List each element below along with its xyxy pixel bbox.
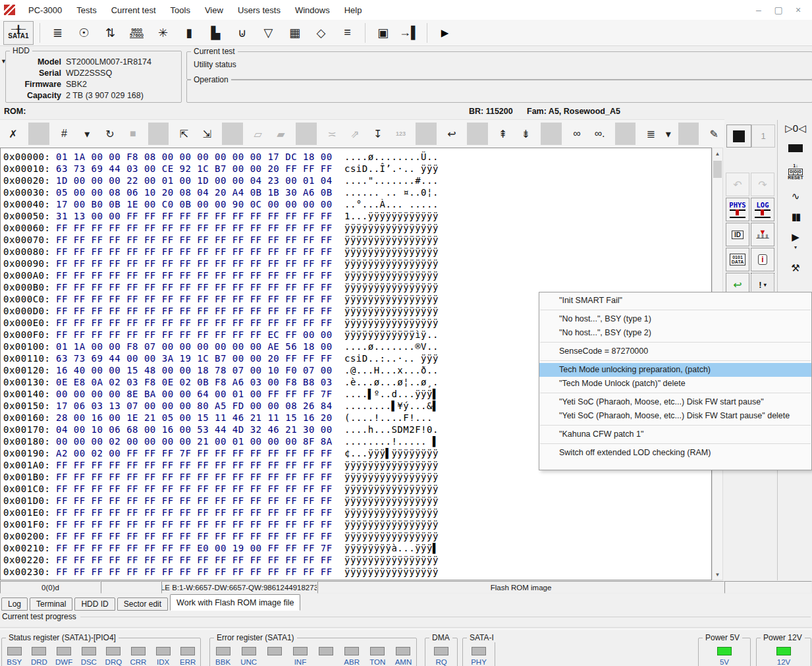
hex-bytes[interactable]: 01 1A 00 00 F8 07 00 00 00 00 00 00 AE 5… [56,341,344,352]
hex-row[interactable]: 0x00040:17 00 B0 0B 1E 00 C0 0B 00 00 90… [3,198,711,210]
tab-work-with-flash-rom-image-file[interactable]: Work with Flash ROM image file [170,594,300,611]
hex-bytes[interactable]: 00 00 00 00 8E BA 00 00 64 00 01 00 FF F… [56,388,344,400]
restore-button[interactable]: ▢ [769,3,788,16]
hex-ascii[interactable]: ÿÿÿÿÿÿÿÿÿÿÿÿÿÿÿÿ [344,472,439,482]
hex-ascii[interactable]: ÿÿÿÿÿÿÿÿÿÿÿÿÿÿÿÿ [344,555,439,565]
hex-bytes[interactable]: 16 40 00 00 15 48 00 00 18 78 07 00 10 F… [56,364,344,376]
hex-bytes[interactable]: FF FF FF FF FF FF FF FF FF FF FF FF FF F… [56,281,344,293]
log-button[interactable]: LOG [751,198,774,221]
hex-bytes[interactable]: FF FF FF FF FF FF FF FF FF FF FF FF FF F… [56,507,344,518]
bus-terminal-icon[interactable]: ▽ [257,22,280,43]
hex-ascii[interactable]: ¢...ÿÿÿ▌ÿÿÿÿÿÿÿÿ [344,448,439,458]
pause-icon[interactable]: ▮▮ [792,212,800,221]
start-bus-icon[interactable]: ▶▾ [792,233,799,252]
hex-row[interactable]: 0x00230:FF FF FF FF FF FF FF FF FF FF FF… [3,566,711,578]
script-menu-icon[interactable]: ≣ [640,123,661,145]
hex-ascii[interactable]: ÿÿÿÿÿÿÿÿÿÿÿÿÿÿÿÿ [344,531,439,541]
hex-ascii[interactable]: ÿÿÿÿÿÿÿÿÿÿÿÿÿÿÿÿ [344,306,439,316]
hex-ascii[interactable]: csiD..Î’.·.. ÿÿÿ [344,163,439,174]
hex-bytes[interactable]: 17 00 B0 0B 1E 00 C0 0B 00 00 90 0C 00 0… [56,198,344,210]
hex-bytes[interactable]: FF FF FF FF FF FF FF FF FF FF FF FF FF F… [56,317,344,329]
menu-current-test[interactable]: Current test [104,0,163,20]
hex-row[interactable]: 0x00210:FF FF FF FF FF FF FF FF E0 00 19… [3,542,711,554]
hex-ascii[interactable]: ....h...SDM2F!0. [344,424,439,435]
hex-bytes[interactable]: FF FF FF FF FF FF FF FF FF FF FF FF FF F… [56,518,344,530]
hex-bytes[interactable]: FF FF FF FF FF FF FF FF FF FF FF FF FF F… [56,234,344,246]
reload-icon[interactable]: ↻ [99,123,121,145]
hex-ascii[interactable]: ÿÿÿÿÿÿÿÿÿÿÿÿÿÿÿÿ [344,318,439,328]
hex-ascii[interactable]: csiD..:..·.. ÿÿÿ [344,353,439,364]
hex-ascii[interactable]: ÿÿÿÿÿÿÿÿÿÿÿÿÿÿÿÿ [344,270,439,281]
hex-row[interactable]: 0x001E0:FF FF FF FF FF FF FF FF FF FF FF… [3,507,711,518]
read-page-icon[interactable]: ↧ [367,123,389,145]
grid-icon[interactable]: ▦ [283,22,306,43]
hex-bytes[interactable]: FF FF FF FF FF FF FF FF FF FF FF FF FF F… [56,222,344,234]
hex-bytes[interactable]: FF FF FF FF FF FF FF FF FF FF FF FF FF F… [56,269,344,281]
hex-row[interactable]: 0x00030:05 00 00 08 06 10 20 08 04 20 A4… [3,186,711,198]
hex-row[interactable]: 0x00060:FF FF FF FF FF FF FF FF FF FF FF… [3,222,711,234]
menu-item-tech-mode-unlock-delete[interactable]: "Tech Mode Unlock (patch)" delete [539,377,811,391]
menu-help[interactable]: Help [337,0,369,20]
cascade-windows-icon[interactable]: ▣ [371,22,394,43]
resources-icon[interactable]: ▙ [204,22,227,43]
hex-row[interactable]: 0x001F0:FF FF FF FF FF FF FF FF FF FF FF… [3,518,711,530]
hex-row[interactable]: 0x00010:63 73 69 44 03 00 CE 92 1C B7 00… [3,163,711,175]
port-swap-icon[interactable]: ⇅ [99,22,122,43]
tools-icon[interactable]: ⚒ [791,264,799,273]
tab-hdd-id[interactable]: HDD ID [74,597,115,611]
hex-bytes[interactable]: FF FF FF FF FF FF FF FF FF FF FF FF EC F… [56,329,344,341]
goto-end-icon[interactable]: ⇟ [515,123,536,145]
hex-ascii[interactable]: ÿÿÿÿÿÿÿÿÿÿÿÿÿÿÿÿ [344,246,439,257]
hex-ascii[interactable]: ÿÿÿÿÿÿÿÿÿÿÿÿÿÿÿÿ [344,519,439,530]
report-list-icon[interactable]: ≡ [336,22,359,43]
menu-item-kahuna-cfw-patch-1[interactable]: "Kahuna CFW patch 1" [539,428,811,441]
close-image-icon[interactable]: ✗ [3,123,24,145]
menu-view[interactable]: View [198,0,230,20]
script-info-button[interactable]: i [751,248,774,271]
sata1-port-button[interactable]: ─╂─ SATA1 [3,21,34,45]
hex-row[interactable]: 0x000A0:FF FF FF FF FF FF FF FF FF FF FF… [3,269,711,281]
hex-row[interactable]: 0x00220:FF FF FF FF FF FF FF FF FF FF FF… [3,554,711,566]
menu-item-switch-off-lod-checking[interactable]: Switch off extended LOD checking (RAM) [539,446,811,460]
menu-item-no-host-bsy-type-2[interactable]: "No host...", BSY (type 2) [539,326,811,340]
find-icon[interactable]: ∞ [566,123,587,145]
hex-bytes[interactable]: FF FF FF FF FF FF FF FF FF FF FF FF FF F… [56,305,344,317]
hex-bytes[interactable]: FF FF FF FF FF FF FF FF FF FF FF FF FF F… [56,530,344,542]
phys-button[interactable]: PHYS [726,198,749,221]
hex-row[interactable]: 0x00090:FF FF FF FF FF FF FF FF FF FF FF… [3,258,711,269]
hex-bytes[interactable]: 04 00 10 06 68 00 16 00 53 44 4D 32 46 2… [56,424,344,435]
chip-icon[interactable]: ▮ [178,22,201,43]
hex-bytes[interactable]: FF FF FF FF FF FF FF FF FF FF FF FF FF F… [56,554,344,566]
menu-item-sensecode[interactable]: SenseCode = 87270000 [539,345,811,358]
menu-pc-3000[interactable]: PC-3000 [21,0,69,20]
hex-row[interactable]: 0x001C0:FF FF FF FF FF FF FF FF FF FF FF… [3,483,711,495]
script-menu-dropdown-icon[interactable]: ▾ [663,123,673,145]
db-redo-button[interactable]: ↷ [751,173,774,196]
baud-rate-icon[interactable]: 9600 57600 [125,22,148,43]
hex-bytes[interactable]: FF FF FF FF FF FF FF FF FF FF FF FF FF F… [56,246,344,258]
hex-row[interactable]: 0x00020:1D 00 00 00 22 00 01 00 1D 00 00… [3,175,711,186]
hex-bytes[interactable]: 17 06 03 13 07 00 00 00 80 A5 FD 00 00 0… [56,400,344,412]
tab-sector-edit[interactable]: Sector edit [117,597,168,611]
hex-ascii[interactable]: .@...H...x...ð.. [344,365,439,375]
hex-row[interactable]: 0x00000:01 1A 00 00 F8 08 00 00 00 00 00… [3,151,711,163]
hex-row[interactable]: 0x00200:FF FF FF FF FF FF FF FF FF FF FF… [3,530,711,542]
hex-bytes[interactable]: 05 00 00 08 06 10 20 08 04 20 A4 0B 1B 3… [56,186,344,198]
task-script-icon[interactable]: ≣ [46,22,69,43]
menu-tests[interactable]: Tests [69,0,103,20]
hex-ascii[interactable]: ÿÿÿÿÿÿÿÿÿÿÿÿÿÿÿÿ [344,223,439,233]
db-undo-button[interactable]: ↶ [726,173,749,196]
number-view-icon[interactable]: 123 [391,123,412,145]
find-next-icon[interactable]: ∞. [589,123,610,145]
hex-bytes[interactable]: FF FF FF FF FF FF FF FF E0 00 19 00 FF F… [56,542,344,554]
copy-icon[interactable]: ▱ [248,123,269,145]
scroll-thumb[interactable] [713,161,722,178]
edit-icon[interactable]: ✎ [703,123,724,145]
menu-item-tech-mode-unlocking-preparation[interactable]: Tech Mode unlocking preparation, (patch) [539,363,811,377]
hex-ascii[interactable]: ÿÿÿÿÿÿÿÿÿÿÿÿÿÿÿÿ [344,235,439,245]
hex-ascii[interactable]: 1...ÿÿÿÿÿÿÿÿÿÿÿÿ [344,211,439,221]
menu-users-tests[interactable]: Users tests [230,0,288,20]
jumper-icon[interactable]: ▷0◁ [785,124,805,133]
hex-ascii[interactable]: ÿÿÿÿÿÿÿÿÿÿÿÿÿÿÿÿ [344,484,439,494]
tab-terminal[interactable]: Terminal [30,597,72,611]
